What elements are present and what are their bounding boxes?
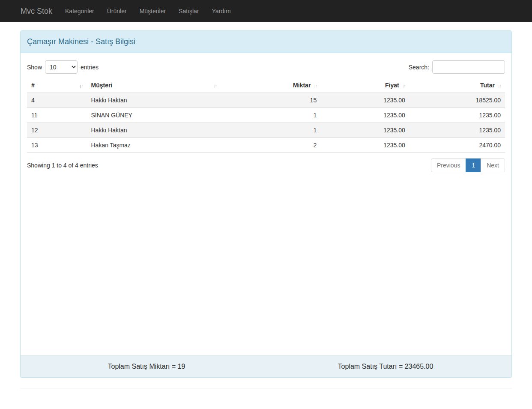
nav-item-kategoriler[interactable]: Kategoriler [59,0,101,22]
cell-id: 13 [27,138,87,153]
search-control: Search: [409,60,505,74]
nav-links: Kategoriler Ürünler Müşteriler Satışlar … [59,0,237,22]
table-controls: Show 10 entries Search: [27,60,505,74]
cell-customer: Hakan Taşmaz [87,138,221,153]
table-row: 4 Hakkı Haktan 15 1235.00 18525.00 [27,93,505,108]
page-length-control: Show 10 entries [27,60,99,74]
table-info: Showing 1 to 4 of 4 entries [27,162,98,169]
cell-price: 1235.00 [321,138,409,153]
cell-total: 18525.00 [409,93,505,108]
column-header-quantity[interactable]: Miktar ↓↑ [221,78,321,93]
navbar: Mvc Stok Kategoriler Ürünler Müşteriler … [0,0,532,22]
column-header-id[interactable]: # ↓↑ [27,78,87,93]
sales-info-panel: Çamaşır Makinesi - Satış Bilgisi Show 10… [20,30,512,378]
entries-label: entries [81,64,99,71]
cell-total: 2470.00 [409,138,505,153]
brand-link[interactable]: Mvc Stok [14,0,59,22]
page-1-button[interactable]: 1 [466,158,481,172]
cell-price: 1235.00 [321,108,409,123]
column-header-total[interactable]: Tutar ↓↑ [409,78,505,93]
sort-icon: ↓↑ [402,82,405,89]
main-container: Çamaşır Makinesi - Satış Bilgisi Show 10… [20,30,512,378]
cell-price: 1235.00 [321,93,409,108]
cell-quantity: 2 [221,138,321,153]
sort-icon: ↓↑ [314,82,317,89]
table-row: 11 SİNAN GÜNEY 1 1235.00 1235.00 [27,108,505,123]
search-label: Search: [409,64,429,71]
divider [20,388,512,388]
sales-table: # ↓↑ Müşteri ↓↑ Miktar [27,78,505,153]
panel-title: Çamaşır Makinesi - Satış Bilgisi [21,31,511,53]
column-header-customer[interactable]: Müşteri ↓↑ [87,78,221,93]
column-label: Miktar [293,82,311,89]
table-row: 12 Hakkı Haktan 1 1235.00 1235.00 [27,123,505,138]
cell-customer: Hakkı Haktan [87,123,221,138]
nav-item-musteriler[interactable]: Müşteriler [133,0,172,22]
show-label: Show [27,64,42,71]
nav-item-urunler[interactable]: Ürünler [101,0,133,22]
table-header-row: # ↓↑ Müşteri ↓↑ Miktar [27,78,505,93]
nav-item-yardim[interactable]: Yardım [206,0,237,22]
previous-button[interactable]: Previous [431,158,466,172]
nav-item-satislar[interactable]: Satışlar [172,0,205,22]
cell-id: 4 [27,93,87,108]
cell-total: 1235.00 [409,108,505,123]
column-label: # [31,82,35,89]
table-row: 13 Hakan Taşmaz 2 1235.00 2470.00 [27,138,505,153]
cell-quantity: 1 [221,108,321,123]
column-label: Tutar [480,82,495,89]
cell-quantity: 15 [221,93,321,108]
total-quantity-text: Toplam Satış Miktarı = 19 [27,363,266,370]
next-button[interactable]: Next [481,158,505,172]
cell-customer: Hakkı Haktan [87,93,221,108]
total-amount-text: Toplam Satış Tutarı = 23465.00 [266,363,505,370]
cell-quantity: 1 [221,123,321,138]
panel-footer: Toplam Satış Miktarı = 19 Toplam Satış T… [21,355,511,377]
column-label: Fiyat [385,82,399,89]
cell-id: 11 [27,108,87,123]
sort-icon: ↓↑ [213,82,216,89]
table-footer-row: Showing 1 to 4 of 4 entries Previous 1 N… [27,158,505,172]
cell-price: 1235.00 [321,123,409,138]
cell-total: 1235.00 [409,123,505,138]
page-length-select[interactable]: 10 [45,60,78,74]
panel-body: Show 10 entries Search: [21,53,511,355]
search-input[interactable] [432,60,505,74]
column-header-price[interactable]: Fiyat ↓↑ [321,78,409,93]
pagination: Previous 1 Next [431,158,505,172]
cell-customer: SİNAN GÜNEY [87,108,221,123]
sort-icon: ↓↑ [80,82,83,89]
sort-icon: ↓↑ [498,82,501,89]
column-label: Müşteri [91,82,113,89]
cell-id: 12 [27,123,87,138]
